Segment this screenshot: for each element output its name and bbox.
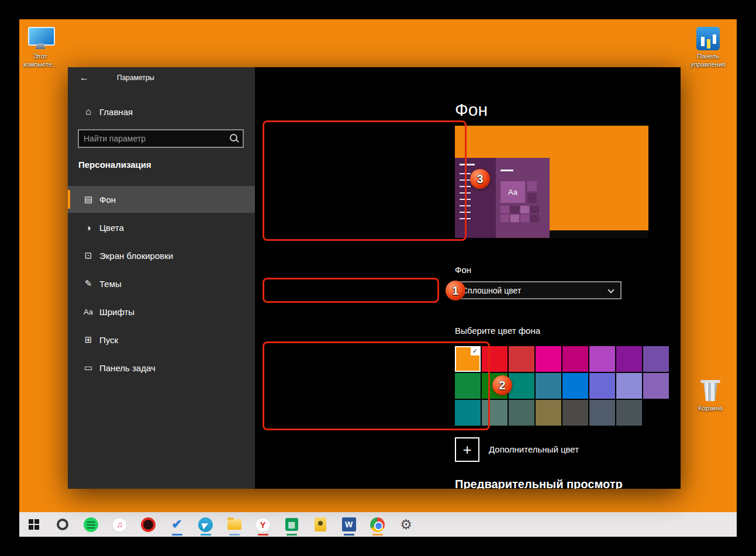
sidebar-item-label: Цвета bbox=[99, 223, 124, 233]
desktop-icon-label: Панель управления bbox=[688, 53, 729, 69]
color-swatch[interactable] bbox=[509, 346, 534, 372]
sidebar-item-home[interactable]: ⌂ Главная bbox=[68, 101, 255, 122]
color-swatch[interactable] bbox=[643, 400, 669, 426]
screen: Этот компьюте...Панель управленияКорзина… bbox=[0, 0, 756, 556]
sidebar-item-fonts[interactable]: AaШрифты bbox=[68, 298, 255, 325]
taskbar-item-sheets[interactable]: ▦ bbox=[277, 512, 306, 537]
taskbar-item-chrome[interactable] bbox=[363, 512, 392, 537]
sidebar-item-taskbar[interactable]: ▭Панель задач bbox=[68, 354, 255, 381]
color-grid: ✓ bbox=[455, 346, 669, 426]
desktop-icon-label: Корзина bbox=[698, 405, 723, 413]
page-title: Фон bbox=[455, 100, 488, 120]
taskbar-item-explorer[interactable] bbox=[220, 512, 248, 537]
color-swatch[interactable] bbox=[589, 346, 615, 372]
sidebar-item-themes[interactable]: ✎Темы bbox=[68, 270, 255, 297]
custom-color-button[interactable]: + bbox=[455, 437, 479, 462]
running-indicator bbox=[286, 534, 297, 536]
settings-window: ← Параметры ✕ ⌂ Главная Персонализация ▤… bbox=[68, 67, 681, 489]
running-indicator bbox=[372, 534, 383, 536]
sidebar-item-lock-screen[interactable]: ⊡Экран блокировки bbox=[68, 242, 255, 269]
preview-tile bbox=[527, 181, 537, 191]
desktop-icon-control-panel[interactable]: Панель управления bbox=[688, 27, 729, 69]
color-swatch[interactable] bbox=[536, 373, 561, 399]
explorer-icon bbox=[227, 519, 241, 530]
taskbar-item-spotify[interactable] bbox=[77, 512, 105, 537]
color-swatch[interactable] bbox=[616, 346, 642, 372]
search-input[interactable] bbox=[79, 134, 227, 143]
settings-content: Фон Aa Фон Сплошной ц bbox=[255, 67, 681, 489]
sidebar-item-label: Экран блокировки bbox=[99, 251, 173, 261]
sidebar-item-background[interactable]: ▤Фон bbox=[68, 186, 255, 213]
choose-color-label: Выберите цвет фона bbox=[455, 326, 540, 336]
search-icon[interactable] bbox=[227, 132, 240, 145]
start-icon bbox=[29, 519, 39, 530]
home-label: Главная bbox=[99, 107, 133, 117]
taskbar-item-opera[interactable] bbox=[134, 512, 163, 537]
taskbar: ♫✔Y▦W⚙ bbox=[19, 512, 737, 537]
taskbar-item-settings-gear[interactable]: ⚙ bbox=[392, 512, 420, 537]
color-swatch[interactable] bbox=[562, 346, 588, 372]
music-icon: ♫ bbox=[112, 517, 127, 532]
colors-icon: ◑ bbox=[82, 223, 95, 233]
color-swatch[interactable] bbox=[536, 400, 561, 426]
sidebar-item-start[interactable]: ⊞Пуск bbox=[68, 326, 255, 353]
telegram-icon bbox=[198, 517, 213, 532]
window-title: Параметры bbox=[117, 67, 154, 88]
color-swatch[interactable] bbox=[589, 373, 615, 399]
taskbar-item-telegram[interactable] bbox=[191, 512, 220, 537]
desktop-icon-recycle-bin[interactable]: Корзина bbox=[690, 379, 731, 413]
taskbar-item-key-app[interactable] bbox=[306, 512, 334, 537]
taskbar-item-word[interactable]: W bbox=[334, 512, 363, 537]
taskbar-item-check-app[interactable]: ✔ bbox=[163, 512, 191, 537]
color-swatch[interactable] bbox=[643, 346, 669, 372]
fonts-icon: Aa bbox=[82, 308, 95, 316]
recycle-bin-icon bbox=[700, 379, 720, 402]
ring-app-icon bbox=[57, 519, 68, 530]
sidebar-item-label: Пуск bbox=[99, 335, 118, 345]
sidebar-item-label: Темы bbox=[99, 279, 122, 289]
color-swatch[interactable] bbox=[536, 346, 561, 372]
sheets-icon: ▦ bbox=[285, 518, 298, 531]
start-icon: ⊞ bbox=[82, 334, 95, 345]
color-swatch[interactable]: ✓ bbox=[455, 346, 481, 372]
running-indicator bbox=[201, 534, 211, 536]
desktop-icon-this-pc[interactable]: Этот компьюте... bbox=[20, 27, 61, 69]
back-button[interactable]: ← bbox=[73, 67, 96, 88]
color-swatch[interactable] bbox=[616, 373, 642, 399]
taskbar-item-music[interactable]: ♫ bbox=[105, 512, 134, 537]
color-swatch[interactable] bbox=[616, 400, 642, 426]
check-app-icon: ✔ bbox=[171, 517, 182, 532]
themes-icon: ✎ bbox=[82, 278, 95, 289]
annotation-badge-3: 3 bbox=[470, 169, 490, 189]
sidebar-item-colors[interactable]: ◑Цвета bbox=[68, 214, 255, 241]
color-swatch[interactable] bbox=[643, 373, 669, 399]
annotation-badge-1: 1 bbox=[446, 281, 465, 301]
preview-tiles bbox=[500, 206, 539, 222]
color-swatch[interactable] bbox=[509, 373, 534, 399]
color-swatch[interactable] bbox=[482, 400, 508, 426]
color-swatch[interactable] bbox=[455, 400, 481, 426]
background-type-dropdown[interactable]: Сплошной цвет bbox=[455, 281, 622, 299]
chrome-icon bbox=[370, 517, 385, 532]
settings-search bbox=[78, 129, 244, 148]
taskbar-item-start[interactable] bbox=[19, 512, 48, 537]
home-icon: ⌂ bbox=[82, 106, 95, 117]
color-swatch[interactable] bbox=[455, 373, 481, 399]
color-swatch[interactable] bbox=[509, 400, 534, 426]
preview-mini-window: Aa bbox=[455, 158, 550, 238]
preview-aa-tile: Aa bbox=[500, 181, 525, 203]
color-swatch[interactable] bbox=[482, 346, 508, 372]
dropdown-value: Сплошной цвет bbox=[462, 286, 521, 295]
color-swatch[interactable] bbox=[589, 400, 615, 426]
color-swatch[interactable] bbox=[562, 400, 588, 426]
spotify-icon bbox=[84, 517, 98, 532]
running-indicator bbox=[258, 534, 268, 536]
lock-screen-icon: ⊡ bbox=[82, 250, 95, 261]
color-swatch[interactable] bbox=[562, 373, 588, 399]
taskbar-item-yandex-browser[interactable]: Y bbox=[248, 512, 277, 537]
taskbar-item-ring-app[interactable] bbox=[48, 512, 77, 537]
running-indicator bbox=[229, 534, 240, 536]
annotation-badge-2: 2 bbox=[492, 375, 512, 395]
background-dropdown-label: Фон bbox=[455, 265, 471, 275]
custom-color-label: Дополнительный цвет bbox=[489, 444, 579, 454]
